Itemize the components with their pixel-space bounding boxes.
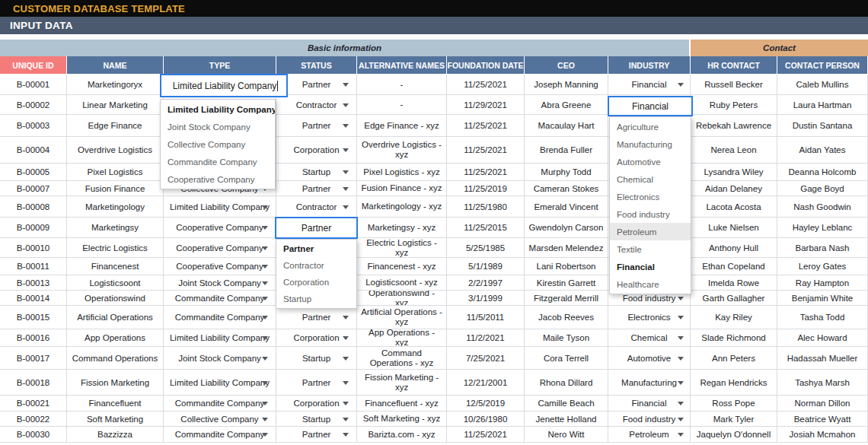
cell-status-dropdown[interactable]: Corporation — [276, 329, 357, 347]
dropdown-arrow-icon[interactable] — [343, 357, 349, 361]
dropdown-arrow-icon[interactable] — [262, 246, 268, 250]
dropdown-arrow-icon[interactable] — [343, 381, 349, 385]
cell-industry-dropdown[interactable]: Petroleum — [608, 427, 691, 443]
dropdown-arrow-icon[interactable] — [343, 83, 349, 87]
dropdown-arrow-icon[interactable] — [678, 418, 684, 421]
cell-hr-contact[interactable]: Ruby Peters — [691, 95, 777, 115]
status-dropdown-option[interactable]: Contractor — [276, 257, 356, 274]
cell-type-dropdown[interactable]: Cooperative Company — [164, 218, 276, 238]
cell-unique-id[interactable]: B-00010 — [0, 238, 67, 258]
cell-ceo[interactable]: Camille Beach — [525, 396, 608, 412]
cell-contact-person[interactable]: Gage Boyd — [777, 181, 868, 196]
cell-unique-id[interactable]: B-00013 — [0, 275, 67, 291]
cell-foundation-date[interactable]: 7/25/2021 — [447, 347, 525, 370]
cell-industry-dropdown[interactable]: Automotive — [608, 347, 691, 370]
cell-ceo[interactable]: Abra Greene — [525, 95, 608, 115]
cell-alternative-names[interactable]: Fission Marketing - xyz — [357, 370, 447, 396]
cell-unique-id[interactable]: B-00016 — [0, 329, 67, 347]
cell-hr-contact[interactable]: Imelda Rowe — [691, 275, 777, 291]
cell-hr-contact[interactable]: Slade Richmond — [691, 329, 777, 347]
dropdown-arrow-icon[interactable] — [678, 316, 684, 319]
industry-dropdown-option[interactable]: Financial — [610, 258, 691, 275]
status-cell-editor[interactable]: Partner — [275, 217, 358, 239]
cell-ceo[interactable]: Gwendolyn Carson — [525, 218, 608, 238]
dropdown-arrow-icon[interactable] — [343, 418, 349, 421]
cell-alternative-names[interactable]: Financenest - xyz — [357, 258, 447, 275]
cell-status-dropdown[interactable]: Corporation — [276, 396, 357, 412]
type-dropdown-option[interactable]: Cooperative Company — [161, 170, 275, 188]
cell-name[interactable]: Financefluent — [67, 396, 164, 412]
cell-ceo[interactable]: Fitzgerald Merrill — [525, 291, 608, 306]
cell-industry-dropdown[interactable]: Financial — [608, 396, 691, 412]
cell-status-dropdown[interactable]: Corporation — [276, 137, 357, 164]
cell-type-dropdown[interactable]: Collective Company — [164, 412, 276, 427]
cell-unique-id[interactable]: B-00014 — [0, 291, 67, 306]
dropdown-arrow-icon[interactable] — [262, 418, 268, 421]
cell-type-dropdown[interactable]: Commandite Company — [164, 291, 276, 306]
cell-status-dropdown[interactable]: Partner — [276, 370, 357, 396]
dropdown-arrow-icon[interactable] — [678, 357, 684, 361]
industry-dropdown-option[interactable]: Manufacturing — [610, 135, 691, 153]
cell-foundation-date[interactable]: 11/25/2021 — [447, 75, 525, 95]
column-header[interactable]: STATUS — [276, 56, 357, 74]
cell-ceo[interactable]: Joseph Manning — [525, 75, 608, 95]
cell-contact-person[interactable]: Hayley Leblanc — [777, 218, 868, 238]
cell-foundation-date[interactable]: 11/29/2021 — [447, 95, 525, 115]
cell-name[interactable]: Pixel Logistics — [67, 164, 164, 181]
cell-name[interactable]: Financenest — [67, 258, 164, 275]
dropdown-arrow-icon[interactable] — [343, 148, 349, 152]
dropdown-arrow-icon[interactable] — [343, 187, 349, 191]
column-header[interactable]: UNIQUE ID — [0, 56, 67, 74]
cell-type-dropdown[interactable]: Limited Liability Company — [164, 329, 276, 347]
cell-name[interactable]: Command Operations — [67, 347, 164, 370]
cell-name[interactable]: Fusion Finance — [67, 181, 164, 196]
cell-ceo[interactable]: Maile Tyson — [525, 329, 608, 347]
cell-foundation-date[interactable]: 10/26/1980 — [447, 412, 525, 427]
cell-unique-id[interactable]: B-00017 — [0, 347, 67, 370]
cell-contact-person[interactable]: Caleb Mullins — [777, 75, 868, 95]
dropdown-arrow-icon[interactable] — [678, 297, 684, 300]
status-dropdown-option[interactable]: Corporation — [276, 274, 356, 291]
cell-alternative-names[interactable]: Command Operations - xyz — [357, 347, 447, 370]
dropdown-arrow-icon[interactable] — [262, 433, 268, 437]
type-dropdown-option[interactable]: Collective Company — [161, 135, 275, 153]
column-header[interactable]: CONTACT PERSON — [777, 56, 868, 74]
cell-ceo[interactable]: Jenette Holland — [525, 412, 608, 427]
cell-alternative-names[interactable]: Fusion Finance - xyz — [357, 181, 447, 196]
cell-type-dropdown[interactable]: Cooperative Company — [164, 238, 276, 258]
cell-unique-id[interactable]: B-00008 — [0, 196, 67, 218]
status-dropdown-option[interactable]: Partner — [276, 240, 356, 257]
cell-contact-person[interactable]: Laura Hartman — [777, 95, 868, 115]
cell-contact-person[interactable]: Barbara Nash — [777, 238, 868, 258]
cell-hr-contact[interactable]: Garth Gallagher — [691, 291, 777, 306]
dropdown-arrow-icon[interactable] — [262, 226, 268, 230]
cell-industry-dropdown[interactable]: Food industry — [608, 412, 691, 427]
cell-hr-contact[interactable]: Jaquelyn O'donnell — [691, 427, 777, 443]
cell-alternative-names[interactable]: Edge Finance - xyz — [357, 115, 447, 137]
cell-ceo[interactable]: Kirestin Garrett — [525, 275, 608, 291]
dropdown-arrow-icon[interactable] — [343, 103, 349, 107]
cell-contact-person[interactable]: Benjamin White — [777, 291, 868, 306]
cell-type-dropdown[interactable]: Joint Stock Company — [164, 347, 276, 370]
cell-ceo[interactable]: Rhona Dillard — [525, 370, 608, 396]
cell-contact-person[interactable]: Leroy Gates — [777, 258, 868, 275]
cell-unique-id[interactable]: B-00018 — [0, 370, 67, 396]
cell-status-dropdown[interactable]: Startup — [276, 347, 357, 370]
dropdown-arrow-icon[interactable] — [262, 402, 268, 405]
cell-type-dropdown[interactable]: Commandite Company — [164, 306, 276, 329]
cell-alternative-names[interactable]: Soft Marketing - xyz — [357, 412, 447, 427]
cell-name[interactable]: Bazzizza — [67, 427, 164, 443]
cell-name[interactable]: Linear Marketing — [67, 95, 164, 115]
status-dropdown-option[interactable]: Startup — [276, 291, 356, 307]
cell-status-dropdown[interactable]: Partner — [276, 306, 357, 329]
cell-alternative-names[interactable]: - — [357, 95, 447, 115]
cell-ceo[interactable]: Jacob Reeves — [525, 306, 608, 329]
cell-industry-dropdown[interactable]: Manufacturing — [608, 370, 691, 396]
dropdown-arrow-icon[interactable] — [262, 336, 268, 340]
cell-hr-contact[interactable]: Russell Becker — [691, 75, 777, 95]
cell-alternative-names[interactable]: Electric Logistics - xyz — [357, 238, 447, 258]
cell-foundation-date[interactable]: 5/1/1989 — [447, 258, 525, 275]
cell-hr-contact[interactable]: Lacota Acosta — [691, 196, 777, 218]
industry-cell-editor[interactable]: Financial — [608, 96, 693, 116]
cell-hr-contact[interactable]: Nerea Leon — [691, 137, 777, 164]
